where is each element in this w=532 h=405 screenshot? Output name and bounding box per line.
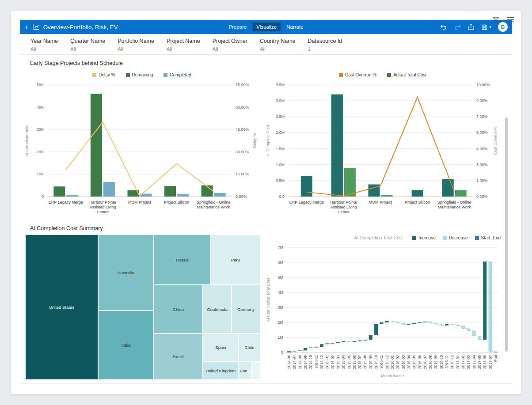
chart-plot[interactable]: 0.00.5M1.0M1.5M2.0M2.5M3.0M3.5M0.00%1.00… bbox=[265, 79, 500, 219]
filter-portfolio-name[interactable]: Portfolio NameAll bbox=[118, 38, 154, 54]
category-label: Project Silicon bbox=[164, 200, 189, 204]
line-series[interactable] bbox=[66, 122, 213, 196]
treemap-node-peru[interactable]: Peru bbox=[211, 235, 260, 285]
waterfall-bar[interactable] bbox=[385, 321, 389, 322]
filter-project-owner[interactable]: Project OwnerAll bbox=[213, 38, 247, 54]
month-label: 2016-06 bbox=[418, 355, 422, 369]
waterfall-bar[interactable] bbox=[347, 341, 351, 342]
waterfall-bar[interactable] bbox=[461, 326, 465, 328]
waterfall-bar[interactable] bbox=[478, 336, 481, 340]
treemap-node-germany[interactable]: Germany bbox=[232, 285, 260, 333]
legend-item[interactable]: Cost Overrun % bbox=[339, 72, 376, 77]
bar[interactable] bbox=[331, 95, 343, 197]
cost-waterfall-chart[interactable]: At Completion Total CostIncreaseDecrease… bbox=[265, 233, 502, 386]
filter-label: Country Name bbox=[260, 38, 296, 44]
line-series[interactable] bbox=[307, 97, 454, 196]
page-title: Overview-Portfolio, Risk, EV bbox=[43, 24, 118, 30]
legend-item[interactable]: Remaining bbox=[126, 72, 153, 77]
legend-item[interactable]: Actual Total Cost bbox=[387, 72, 426, 77]
month-label: 2017-04 bbox=[472, 355, 476, 369]
filter-country-name[interactable]: Country NameAll bbox=[260, 38, 296, 54]
waterfall-bar[interactable] bbox=[331, 343, 334, 344]
right-tick-label: 75.00% bbox=[236, 83, 249, 87]
filter-project-name[interactable]: Project NameAll bbox=[167, 38, 200, 54]
tab-visualize[interactable]: Visualize bbox=[252, 23, 281, 31]
right-tick-label: 4.00% bbox=[476, 147, 488, 151]
treemap-node-chile[interactable]: Chile bbox=[239, 333, 260, 361]
bar[interactable] bbox=[53, 186, 65, 197]
delay-combo-chart[interactable]: Delay %RemainingCompleted010K20K30K40K50… bbox=[24, 70, 259, 222]
waterfall-bar[interactable] bbox=[380, 322, 383, 324]
waterfall-bar[interactable] bbox=[369, 335, 372, 340]
bar[interactable] bbox=[91, 94, 102, 197]
bar[interactable] bbox=[177, 194, 189, 197]
treemap-node-brazil[interactable]: Brazil bbox=[154, 333, 203, 380]
bar[interactable] bbox=[381, 195, 393, 197]
bar[interactable] bbox=[214, 193, 226, 197]
treemap-node-china[interactable]: China bbox=[154, 285, 203, 333]
filter-datasource-id[interactable]: Datasource Id1 bbox=[308, 38, 342, 54]
waterfall-bar[interactable] bbox=[402, 323, 405, 325]
tab-prepare[interactable]: Prepare bbox=[224, 23, 251, 31]
legend-item[interactable]: Start, End bbox=[475, 235, 501, 240]
treemap-node-united-states[interactable]: United States bbox=[25, 235, 98, 380]
bar[interactable] bbox=[344, 168, 356, 197]
waterfall-bar[interactable] bbox=[325, 344, 329, 344]
tab-narrate[interactable]: Narrate bbox=[282, 23, 307, 31]
waterfall-bar[interactable] bbox=[494, 352, 498, 352]
month-label: 2016-01 bbox=[390, 355, 395, 369]
bar[interactable] bbox=[412, 190, 423, 197]
treemap-node-united-kingdom[interactable]: United Kingdom bbox=[203, 361, 239, 380]
bar[interactable] bbox=[301, 176, 312, 197]
legend-item[interactable]: Increase bbox=[412, 235, 435, 240]
filter-quarter-name[interactable]: Quarter NameAll bbox=[70, 38, 105, 54]
waterfall-bar[interactable] bbox=[467, 329, 470, 331]
cost-combo-chart[interactable]: Cost Overrun %Actual Total Cost0.00.5M1.… bbox=[265, 70, 500, 222]
treemap-node-india[interactable]: India bbox=[98, 310, 154, 380]
filter-icon[interactable] bbox=[492, 16, 500, 23]
legend-item[interactable]: Completed bbox=[163, 72, 191, 77]
treemap-node-pan-[interactable]: Pan... bbox=[239, 361, 252, 380]
waterfall-bar[interactable] bbox=[445, 324, 448, 325]
waterfall-bar[interactable] bbox=[472, 331, 476, 336]
treemap-node[interactable] bbox=[252, 361, 260, 380]
chart-plot[interactable]: 010K20K30K40K50K0.00%15.00%30.00%45.00%6… bbox=[24, 79, 259, 219]
filter-bar-icons bbox=[492, 16, 514, 23]
waterfall-bar[interactable] bbox=[396, 322, 399, 323]
undo-icon[interactable] bbox=[440, 24, 447, 30]
save-button[interactable]: ▾ bbox=[481, 24, 491, 30]
back-button[interactable]: ‹ bbox=[25, 22, 28, 31]
legend-item[interactable]: Delay % bbox=[92, 72, 115, 77]
legend-swatch bbox=[387, 73, 391, 77]
country-treemap[interactable]: United StatesAustraliaIndiaRussiaPeruChi… bbox=[25, 235, 260, 380]
bar[interactable] bbox=[164, 186, 176, 197]
waterfall-bar[interactable] bbox=[358, 341, 361, 341]
treemap-node-spain[interactable]: Spain bbox=[203, 333, 239, 361]
avatar[interactable]: D bbox=[498, 22, 508, 32]
redo-icon[interactable] bbox=[454, 24, 461, 30]
left-tick-label: 3.5M bbox=[276, 83, 285, 87]
waterfall-bar[interactable] bbox=[483, 261, 486, 340]
month-label: 2016-09 bbox=[433, 355, 438, 369]
bar[interactable] bbox=[455, 190, 467, 197]
chart-plot[interactable]: 01M2M3M4M5M6M7M2014-062014-072014-082014… bbox=[265, 242, 502, 383]
vertical-scrollbar[interactable] bbox=[505, 117, 508, 352]
treemap-node-australia[interactable]: Australia bbox=[98, 235, 154, 310]
waterfall-bar[interactable] bbox=[429, 322, 432, 323]
export-icon[interactable] bbox=[467, 23, 475, 30]
filter-year-name[interactable]: Year NameAll bbox=[30, 38, 58, 54]
treemap-node-guatemala[interactable]: Guatemala bbox=[203, 285, 232, 333]
bar[interactable] bbox=[103, 182, 115, 197]
waterfall-bar[interactable] bbox=[320, 344, 323, 347]
bar[interactable] bbox=[442, 179, 454, 197]
bar[interactable] bbox=[66, 195, 78, 197]
waterfall-bar[interactable] bbox=[489, 261, 492, 352]
month-label: 2015-12 bbox=[385, 355, 389, 369]
legend-item[interactable]: Decrease bbox=[443, 235, 468, 240]
menu-icon[interactable] bbox=[507, 16, 514, 23]
treemap-node-russia[interactable]: Russia bbox=[154, 235, 211, 285]
waterfall-bar[interactable] bbox=[298, 350, 302, 351]
waterfall-bar[interactable] bbox=[304, 348, 307, 351]
waterfall-bar[interactable] bbox=[374, 324, 378, 335]
month-label: 2015-11 bbox=[379, 355, 384, 369]
